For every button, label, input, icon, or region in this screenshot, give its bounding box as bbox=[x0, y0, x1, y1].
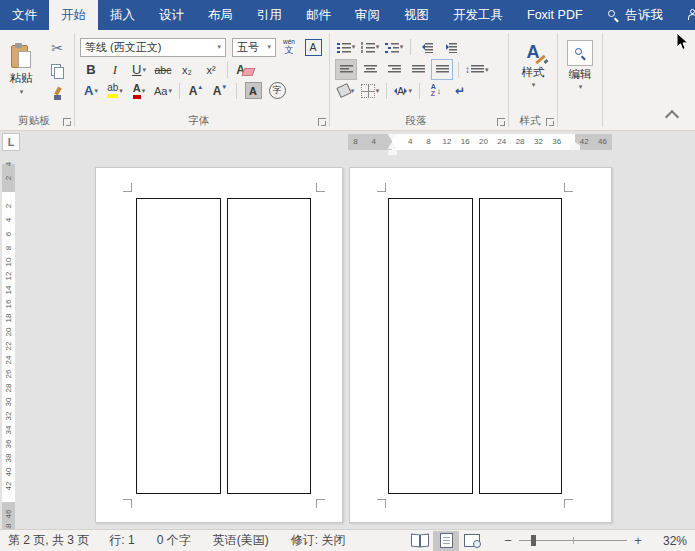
left-indent-marker[interactable] bbox=[388, 150, 397, 155]
styles-gallery-button[interactable]: A 样式 bbox=[512, 36, 554, 102]
read-mode-button[interactable] bbox=[407, 531, 433, 551]
ribbon: 粘贴 ✂ 剪贴板 等线 (西文正文) 五号 bbox=[0, 30, 695, 131]
share-button[interactable]: + 共享 bbox=[675, 0, 695, 30]
track-changes-status[interactable]: 修订: 关闭 bbox=[291, 532, 346, 549]
menu-tab-file[interactable]: 文件 bbox=[0, 0, 49, 30]
ruler-number: 32 bbox=[5, 412, 13, 421]
document-page-2[interactable] bbox=[349, 167, 612, 523]
multilevel-list-button[interactable] bbox=[383, 37, 405, 58]
menu-tab-layout[interactable]: 布局 bbox=[196, 0, 245, 30]
bold-button[interactable]: B bbox=[80, 59, 102, 80]
margin-crop-mark bbox=[377, 183, 386, 192]
zoom-slider-thumb[interactable] bbox=[531, 535, 536, 546]
character-shading-button[interactable]: A bbox=[242, 80, 264, 101]
zoom-in-button[interactable]: + bbox=[631, 533, 645, 548]
zoom-out-button[interactable]: − bbox=[501, 533, 515, 548]
clear-formatting-button[interactable]: A bbox=[233, 59, 255, 80]
paste-button[interactable]: 粘贴 bbox=[3, 36, 39, 102]
underline-button[interactable]: U bbox=[128, 59, 150, 80]
decrease-indent-button[interactable] bbox=[416, 37, 438, 58]
vertical-ruler[interactable]: 4224681012141618202224262830323436384042… bbox=[2, 164, 15, 529]
increase-indent-button[interactable] bbox=[440, 37, 462, 58]
borders-button[interactable] bbox=[359, 80, 381, 101]
web-page-icon bbox=[464, 534, 480, 547]
copy-button[interactable] bbox=[44, 60, 70, 81]
zoom-level[interactable]: 32% bbox=[651, 534, 687, 548]
line-number-status[interactable]: 行: 1 bbox=[109, 532, 134, 549]
document-page-1[interactable] bbox=[95, 167, 343, 523]
grow-font-button[interactable]: A▲ bbox=[185, 80, 207, 101]
menu-tab-developer[interactable]: 开发工具 bbox=[441, 0, 515, 30]
menu-tab-design[interactable]: 设计 bbox=[147, 0, 196, 30]
ruler-number: 46 bbox=[5, 510, 13, 519]
highlight-color-button[interactable]: ab bbox=[104, 80, 126, 101]
shading-button[interactable] bbox=[335, 80, 357, 101]
table-column-cell[interactable] bbox=[136, 198, 221, 494]
dropdown-arrow bbox=[485, 66, 489, 74]
ruler-number: 40 bbox=[5, 468, 13, 477]
clipboard-mini-buttons: ✂ bbox=[44, 37, 70, 104]
ruler-number: 2 bbox=[5, 204, 13, 208]
table-column-cell[interactable] bbox=[388, 198, 473, 494]
tell-me-button[interactable]: 告诉我 bbox=[595, 0, 676, 30]
cut-button[interactable]: ✂ bbox=[44, 37, 70, 58]
character-border-button[interactable]: A bbox=[302, 37, 324, 58]
align-left-button[interactable] bbox=[335, 59, 357, 80]
web-layout-button[interactable] bbox=[459, 531, 485, 551]
margin-crop-mark bbox=[123, 499, 132, 508]
font-color-button[interactable]: A bbox=[128, 80, 150, 101]
print-layout-button[interactable] bbox=[433, 531, 459, 551]
change-case-button[interactable]: Aa bbox=[152, 80, 174, 101]
clipboard-dialog-launcher[interactable] bbox=[63, 118, 71, 126]
menu-tab-view[interactable]: 视图 bbox=[392, 0, 441, 30]
indent-lines-icon bbox=[449, 42, 457, 53]
italic-button[interactable]: I bbox=[104, 59, 126, 80]
numbering-button[interactable] bbox=[359, 37, 381, 58]
word-count-status[interactable]: 0 个字 bbox=[157, 532, 191, 549]
align-center-button[interactable] bbox=[359, 59, 381, 80]
enclose-characters-button[interactable]: 字 bbox=[266, 80, 288, 101]
dropdown-arrow bbox=[20, 88, 24, 96]
language-status[interactable]: 英语(美国) bbox=[213, 532, 269, 549]
bullets-button[interactable] bbox=[335, 37, 357, 58]
font-size-combobox[interactable]: 五号 bbox=[232, 38, 276, 57]
character-scaling-button[interactable]: A bbox=[392, 80, 414, 101]
sort-button[interactable]: AZ ↓ bbox=[425, 80, 447, 101]
subscript-button[interactable]: x₂ bbox=[176, 59, 198, 80]
align-center-icon bbox=[364, 64, 377, 75]
line-spacing-button[interactable]: ↕ bbox=[464, 59, 490, 80]
tab-stop-selector[interactable]: L bbox=[2, 133, 20, 151]
superscript-button[interactable]: x² bbox=[200, 59, 222, 80]
horizontal-ruler[interactable]: 8448121620242832364246 bbox=[348, 134, 612, 150]
collapse-ribbon-chevron-icon[interactable] bbox=[665, 110, 679, 124]
justify-button[interactable] bbox=[407, 59, 429, 80]
paragraph-dialog-launcher[interactable] bbox=[497, 118, 505, 126]
strikethrough-button[interactable]: abc bbox=[152, 59, 174, 80]
distribute-button[interactable] bbox=[431, 59, 453, 80]
show-hide-marks-button[interactable]: ↵ bbox=[449, 80, 471, 101]
menu-tab-insert[interactable]: 插入 bbox=[98, 0, 147, 30]
format-painter-button[interactable] bbox=[44, 83, 70, 104]
zoom-slider[interactable] bbox=[519, 540, 627, 541]
ruler-number: 18 bbox=[5, 314, 13, 323]
right-arrow-icon bbox=[404, 88, 407, 94]
text-effects-button[interactable]: A bbox=[80, 80, 102, 101]
shrink-font-button[interactable]: A▼ bbox=[209, 80, 231, 101]
table-column-cell[interactable] bbox=[227, 198, 311, 494]
align-right-button[interactable] bbox=[383, 59, 405, 80]
page-number-status[interactable]: 第 2 页, 共 3 页 bbox=[8, 532, 89, 549]
ruler-number: 4 bbox=[408, 138, 412, 146]
styles-dialog-launcher[interactable] bbox=[546, 118, 554, 126]
font-name-combobox[interactable]: 等线 (西文正文) bbox=[80, 38, 226, 57]
menu-tab-home[interactable]: 开始 bbox=[49, 0, 98, 30]
phonetic-guide-button[interactable]: wén 文 bbox=[278, 37, 300, 58]
table-column-cell[interactable] bbox=[479, 198, 562, 494]
menu-tab-review[interactable]: 审阅 bbox=[343, 0, 392, 30]
document-workspace[interactable]: L 8448121620242832364246 422468101214161… bbox=[0, 131, 695, 529]
clipboard-group-label: 剪贴板 bbox=[4, 114, 64, 128]
font-dialog-launcher[interactable] bbox=[318, 118, 326, 126]
editing-menu-button[interactable]: 编辑 bbox=[561, 36, 599, 102]
menu-tab-references[interactable]: 引用 bbox=[245, 0, 294, 30]
menu-tab-mailings[interactable]: 邮件 bbox=[294, 0, 343, 30]
menu-tab-foxit-pdf[interactable]: Foxit PDF bbox=[515, 0, 595, 30]
